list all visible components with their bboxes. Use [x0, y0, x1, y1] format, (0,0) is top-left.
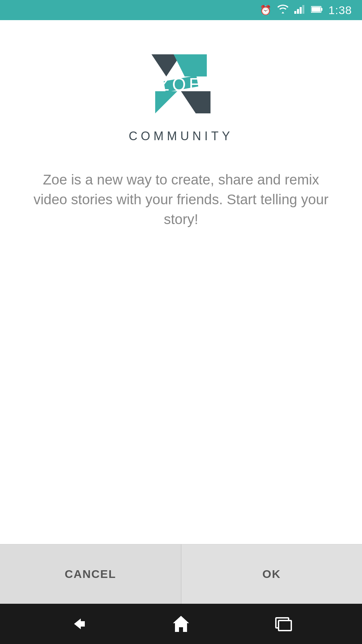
ok-button[interactable]: OK — [181, 544, 362, 604]
logo-community-text: COMMUNITY — [129, 129, 233, 143]
clock-icon: ⏰ — [260, 5, 272, 16]
status-bar: ⏰ 1:38 — [0, 0, 362, 20]
svg-rect-1 — [297, 9, 299, 14]
app-description: Zoe is a new way to create, share and re… — [30, 170, 332, 229]
battery-icon — [311, 5, 323, 15]
svg-marker-10 — [155, 91, 177, 113]
nav-bar — [0, 604, 362, 644]
cancel-button[interactable]: CANCEL — [0, 544, 181, 604]
signal-icon — [294, 4, 306, 16]
svg-rect-6 — [321, 8, 322, 11]
svg-marker-8 — [174, 54, 207, 76]
svg-rect-5 — [312, 7, 320, 12]
status-icons: ⏰ 1:38 — [260, 4, 352, 17]
nav-back-button[interactable] — [67, 613, 89, 635]
status-time: 1:38 — [328, 4, 352, 17]
main-content: ZOE COMMUNITY Zoe is a new way to create… — [0, 20, 362, 544]
nav-recents-button[interactable] — [273, 613, 295, 635]
dialog-buttons: CANCEL OK — [0, 544, 362, 604]
svg-text:ZOE: ZOE — [159, 74, 204, 94]
svg-rect-0 — [294, 11, 296, 14]
wifi-icon — [277, 4, 289, 16]
svg-rect-15 — [279, 621, 291, 631]
svg-marker-13 — [173, 616, 189, 632]
svg-rect-3 — [302, 5, 304, 14]
svg-marker-11 — [181, 91, 210, 113]
svg-rect-2 — [300, 7, 302, 14]
logo-container: ZOE COMMUNITY — [129, 47, 233, 143]
nav-home-button[interactable] — [170, 613, 192, 635]
app-logo: ZOE — [144, 47, 218, 121]
